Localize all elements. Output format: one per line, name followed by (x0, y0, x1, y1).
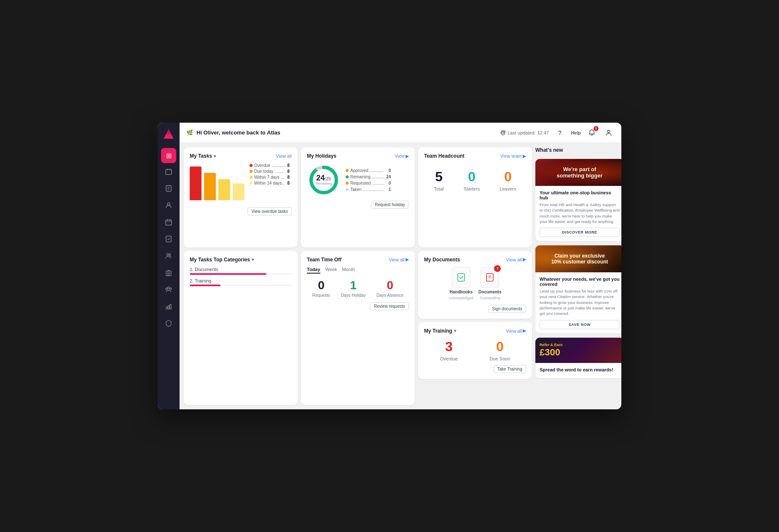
category-documents: 1. Documents (190, 267, 292, 275)
promo-refer: Refer & Earn £300 Spread the word to ear… (535, 338, 621, 378)
sidebar-item-group[interactable] (161, 283, 176, 298)
tasks-card-header: My Tasks ▾ View all (190, 153, 292, 159)
view-overdue-button[interactable]: View overdue tasks (247, 207, 292, 215)
training-title: My Training ▾ (424, 328, 456, 334)
category-training-bar-bg (190, 285, 292, 286)
training-view-all[interactable]: View all ▶ (506, 328, 526, 333)
request-holiday-button[interactable]: Request holiday (371, 201, 409, 209)
sidebar-item-building[interactable] (161, 266, 176, 281)
timeoff-arrow: ▶ (406, 257, 409, 262)
tasks-view-all[interactable]: View all (276, 153, 292, 159)
notifications-icon[interactable]: 1 (586, 127, 598, 139)
review-requests-wrap: Review requests (307, 302, 409, 310)
headcount-total: 5 Total (434, 169, 444, 191)
headcount-starters: 0 Starters (464, 169, 480, 191)
refresh-icon[interactable] (500, 130, 506, 136)
user-profile-icon[interactable] (603, 127, 615, 139)
refer-label: Refer & Earn (540, 343, 620, 347)
document-items: Handbooks Acknowledged 7 (424, 267, 526, 300)
tasks-bars (190, 167, 244, 200)
tasks-legend: Overdue ............ 8 Due today .......… (250, 163, 290, 185)
doc-documents[interactable]: 7 Documents Outstanding (478, 267, 501, 300)
training-header: My Training ▾ View all ▶ (424, 328, 526, 334)
within-14-bar (233, 183, 244, 200)
requests-label: Requests (312, 293, 330, 298)
sidebar-item-checklist[interactable] (161, 232, 176, 247)
help-label[interactable]: Help (571, 130, 581, 135)
handbooks-label: Handbooks (450, 290, 473, 294)
tab-today[interactable]: Today (307, 267, 320, 274)
promo-heading-3: Spread the word to earn rewards! (540, 367, 620, 372)
training-overdue-number: 3 (440, 339, 458, 355)
due-today-bar (204, 173, 216, 200)
legend-within-14: Within 14 days.. 8 (250, 181, 290, 185)
holiday-legend: Approved ............ 0 Remaining ......… (346, 168, 391, 192)
holidays-view[interactable]: View ▶ (395, 153, 409, 159)
overdue-dot (250, 164, 253, 167)
last-updated-time: 12:47 (537, 130, 549, 135)
due-today-dot (250, 170, 253, 173)
take-training-button[interactable]: Take Training (494, 365, 526, 373)
holidays-card-header: My Holidays View ▶ (307, 153, 409, 159)
svg-point-7 (167, 203, 170, 205)
categories-header: My Tasks Top Categories ▾ (190, 257, 292, 263)
category-documents-name: 1. Documents (190, 267, 292, 272)
tab-month[interactable]: Month (342, 267, 355, 274)
dashboard-icon: ⊞ (166, 152, 172, 160)
document-icon (165, 185, 172, 193)
sign-documents-button[interactable]: Sign documents (488, 305, 526, 313)
tab-week[interactable]: Week (325, 267, 337, 274)
sidebar-item-team[interactable] (161, 249, 176, 264)
help-question-icon[interactable]: ? (554, 127, 566, 139)
last-updated-label: Last updated: (508, 130, 536, 135)
calendar-icon (165, 168, 172, 177)
sidebar-item-user[interactable] (161, 199, 176, 214)
promo-desc-2: Level up your business for less with 10%… (540, 288, 620, 316)
donut-chart: 24/25 Remaining (307, 163, 341, 197)
save-now-button[interactable]: SAVE NOW (540, 320, 620, 329)
svg-rect-18 (168, 274, 169, 276)
svg-rect-22 (166, 307, 167, 309)
leavers-number: 0 (500, 169, 516, 185)
refer-amount: £300 (540, 347, 620, 358)
within-14-dot (250, 182, 253, 185)
within-7-bar (218, 179, 230, 200)
sidebar-item-calendar[interactable] (161, 165, 176, 180)
starters-label: Starters (464, 186, 480, 191)
training-card: My Training ▾ View all ▶ 3 Overdue (418, 322, 532, 379)
requested-dot (346, 182, 349, 185)
training-dropdown-icon[interactable]: ▾ (454, 328, 456, 333)
doc-handbooks[interactable]: Handbooks Acknowledged (449, 267, 474, 300)
tasks-card: My Tasks ▾ View all Ov (184, 147, 298, 247)
sidebar-item-document[interactable] (161, 182, 176, 197)
review-requests-button[interactable]: Review requests (370, 302, 409, 310)
last-updated: Last updated: 12:47 (500, 130, 549, 136)
sidebar-item-dashboard[interactable]: ⊞ (161, 148, 176, 163)
legend-due-today: Due today ........ 8 (250, 169, 290, 174)
promo-banner-1: We're part ofsomething bigger (535, 159, 621, 186)
promo-body-1: Your ultimate one-stop business hub From… (535, 186, 621, 241)
discover-more-button[interactable]: DISCOVER MORE (540, 228, 620, 237)
training-overdue: 3 Overdue (440, 339, 458, 361)
timeoff-title: Team Time Off (307, 257, 341, 263)
promo-desc-1: From total HR and Health & Safety suppor… (540, 202, 620, 224)
team-icon (165, 253, 172, 261)
sidebar-item-shield[interactable] (161, 317, 176, 332)
svg-point-20 (166, 288, 167, 290)
promo-banner-2-text: Claim your exclusive10% customer discoun… (551, 253, 608, 265)
documents-view-all[interactable]: View all ▶ (506, 257, 526, 262)
handbooks-icon-wrap (452, 267, 470, 288)
promo-body-3: Spread the word to earn rewards! (535, 363, 621, 378)
days-absence-label: Days Absence (376, 293, 403, 298)
sidebar-item-chart[interactable] (161, 300, 176, 315)
timeoff-view-all[interactable]: View all ▶ (389, 257, 409, 262)
promo-heading-1: Your ultimate one-stop business hub (540, 190, 620, 200)
app-logo[interactable] (162, 128, 175, 141)
categories-dropdown-icon[interactable]: ▾ (252, 257, 254, 262)
tasks-dropdown-icon[interactable]: ▾ (214, 154, 216, 159)
training-due-soon-label: Due Soon (489, 356, 510, 361)
sidebar: ⊞ (158, 123, 180, 409)
view-team-link[interactable]: View team ▶ (500, 153, 526, 159)
headcount-leavers: 0 Leavers (500, 169, 516, 191)
sidebar-item-schedule[interactable] (161, 215, 176, 231)
